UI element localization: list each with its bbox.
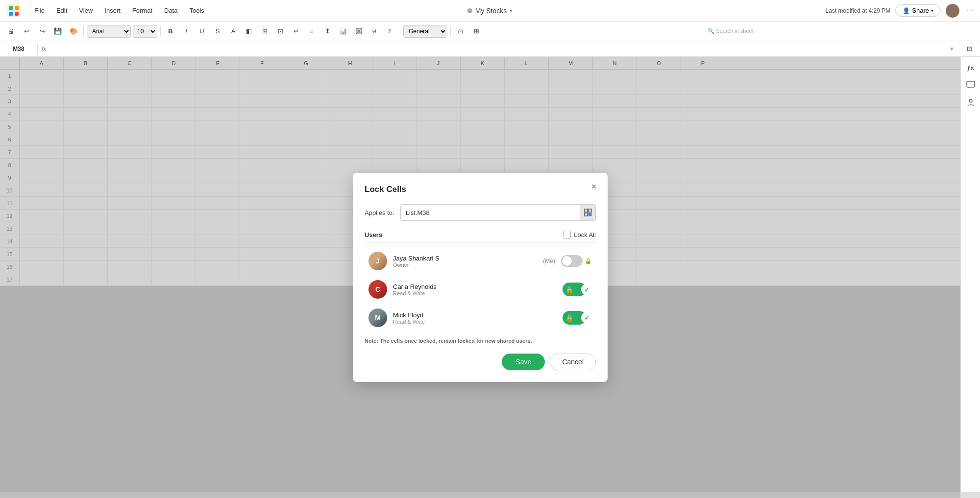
svg-point-10 bbox=[969, 99, 972, 102]
menu-bar: File Edit View Insert Format Data Tools bbox=[29, 5, 209, 16]
strikethrough-button[interactable]: S bbox=[211, 24, 224, 38]
user-name-jaya: Jaya Shankari S bbox=[393, 255, 537, 262]
toggle-mick[interactable]: 🔒 ✓ bbox=[563, 310, 592, 325]
toggle-lock-carla: 🔒 bbox=[563, 283, 576, 296]
borders-button[interactable]: ⊞ bbox=[258, 24, 271, 38]
menu-format[interactable]: Format bbox=[127, 5, 157, 16]
toolbar-divider-1 bbox=[83, 26, 84, 36]
top-bar: File Edit View Insert Format Data Tools … bbox=[0, 0, 980, 22]
font-color-button[interactable]: A bbox=[226, 24, 240, 38]
doc-title-chevron[interactable]: ▾ bbox=[510, 7, 513, 14]
share-user-icon: 👤 bbox=[903, 7, 910, 14]
toggle-jaya[interactable]: 🔒 bbox=[561, 255, 592, 267]
menu-data[interactable]: Data bbox=[159, 5, 182, 16]
user-me-tag-jaya: (Me) bbox=[543, 258, 555, 264]
dialog-buttons: Save Cancel bbox=[365, 354, 596, 370]
save-button[interactable]: 💾 bbox=[51, 24, 65, 38]
lock-cells-dialog: Lock Cells × Applies to: bbox=[353, 173, 608, 382]
menu-tools[interactable]: Tools bbox=[184, 5, 209, 16]
chart-button[interactable]: 📊 bbox=[336, 24, 350, 38]
share-button[interactable]: 👤 Share ▾ bbox=[895, 4, 941, 17]
dialog-close-button[interactable]: × bbox=[588, 181, 600, 192]
user-avatar[interactable] bbox=[946, 4, 959, 18]
menu-insert[interactable]: Insert bbox=[99, 5, 125, 16]
user-name-carla: Carla Reynolds bbox=[393, 283, 557, 290]
connections-sidebar-icon[interactable] bbox=[964, 96, 978, 110]
lock-icon-jaya: 🔒 bbox=[585, 258, 592, 264]
toolbar-divider-3 bbox=[400, 26, 400, 36]
svg-rect-0 bbox=[7, 4, 21, 18]
svg-rect-3 bbox=[9, 12, 13, 16]
paint-format-button[interactable]: 🎨 bbox=[67, 24, 80, 38]
formula-sheet-button[interactable]: ⊡ bbox=[962, 42, 976, 56]
menu-edit[interactable]: Edit bbox=[51, 5, 72, 16]
comments-sidebar-icon[interactable] bbox=[964, 78, 978, 92]
note-label: Note: bbox=[365, 338, 378, 344]
toolbar: 🖨 ↩ ↪ 💾 🎨 Arial 10 B I U S A ◧ ⊞ ⊡ ↵ ≡ ⬍… bbox=[0, 22, 980, 41]
menu-file[interactable]: File bbox=[29, 5, 49, 16]
svg-rect-5 bbox=[585, 209, 588, 212]
font-selector[interactable]: Arial bbox=[87, 25, 131, 38]
image-button[interactable]: 🖼 bbox=[352, 24, 366, 38]
window-controls: ⋯ bbox=[966, 6, 974, 15]
font-size-selector[interactable]: 10 bbox=[133, 25, 157, 38]
bold-button[interactable]: B bbox=[164, 24, 177, 38]
lock-all-label: Lock All bbox=[574, 231, 596, 238]
cancel-button[interactable]: Cancel bbox=[550, 354, 596, 370]
merge-button[interactable]: ⊡ bbox=[273, 24, 287, 38]
right-sidebar: ƒx bbox=[960, 57, 980, 498]
svg-rect-7 bbox=[585, 213, 588, 216]
applies-to-input-wrap bbox=[400, 204, 596, 221]
applies-to-row: Applies to: bbox=[365, 204, 596, 221]
user-info-mick: Mick Floyd Read & Write bbox=[393, 311, 557, 325]
toggle-off-knob-jaya bbox=[562, 256, 572, 266]
fx-sidebar-icon[interactable]: ƒx bbox=[964, 61, 978, 74]
applies-to-label: Applies to: bbox=[365, 209, 394, 216]
applies-to-input[interactable] bbox=[401, 206, 580, 219]
italic-button[interactable]: I bbox=[179, 24, 193, 38]
user-avatar-jaya: J bbox=[368, 252, 387, 270]
toggle-lock-mick: 🔒 bbox=[563, 311, 576, 325]
doc-title: My Stocks bbox=[475, 7, 507, 15]
underline-button[interactable]: U bbox=[195, 24, 209, 38]
user-avatar-carla: C bbox=[368, 280, 387, 299]
user-avatar-mick: M bbox=[368, 308, 387, 327]
svg-rect-8 bbox=[588, 213, 591, 216]
format-dropdown[interactable]: General bbox=[403, 25, 447, 38]
toggle-check-carla: ✓ bbox=[581, 284, 592, 295]
filter-button[interactable]: ⊌ bbox=[368, 24, 381, 38]
share-chevron-icon: ▾ bbox=[931, 8, 933, 13]
menu-view[interactable]: View bbox=[74, 5, 98, 16]
cell-reference[interactable]: M38 bbox=[4, 46, 33, 52]
app-logo bbox=[6, 3, 22, 19]
search-button[interactable]: 🔍 Search in sheet bbox=[485, 24, 976, 38]
undo-button[interactable]: ↩ bbox=[20, 24, 33, 38]
more-button[interactable]: ⊞ bbox=[469, 24, 483, 38]
user-row-carla: C Carla Reynolds Read & Write 🔒 ✓ bbox=[365, 275, 596, 304]
formula-expand-button[interactable]: ▾ bbox=[945, 42, 958, 56]
function-button[interactable]: (·) bbox=[454, 24, 467, 38]
align-button[interactable]: ≡ bbox=[305, 24, 318, 38]
lock-all-checkbox[interactable] bbox=[563, 231, 571, 238]
note-text: The cells once locked, remain locked for… bbox=[378, 338, 532, 344]
fill-color-button[interactable]: ◧ bbox=[242, 24, 256, 38]
save-button[interactable]: Save bbox=[502, 354, 545, 370]
wrap-button[interactable]: ↵ bbox=[289, 24, 303, 38]
fx-label: fx bbox=[42, 46, 46, 52]
svg-rect-4 bbox=[15, 12, 19, 16]
toggle-off-jaya[interactable] bbox=[561, 255, 583, 267]
dialog-title: Lock Cells bbox=[365, 185, 596, 194]
user-row-jaya: J Jaya Shankari S Owner (Me) 🔒 bbox=[365, 247, 596, 275]
formula-bar-divider bbox=[37, 44, 38, 54]
print-button[interactable]: 🖨 bbox=[4, 24, 18, 38]
valign-button[interactable]: ⬍ bbox=[320, 24, 334, 38]
sheet-main: A B C D E F G H I J K L M N O P 1 2 3 4 … bbox=[0, 57, 960, 498]
redo-button[interactable]: ↪ bbox=[35, 24, 49, 38]
sum-button[interactable]: Σ bbox=[383, 24, 397, 38]
dialog-note: Note: The cells once locked, remain lock… bbox=[365, 338, 596, 344]
top-right-area: Last modified at 4:29 PM 👤 Share ▾ ⋯ bbox=[826, 4, 974, 18]
toggle-carla[interactable]: 🔒 ✓ bbox=[563, 282, 592, 297]
share-label: Share bbox=[912, 7, 929, 14]
user-info-carla: Carla Reynolds Read & Write bbox=[393, 283, 557, 296]
grid-select-button[interactable] bbox=[580, 205, 595, 220]
